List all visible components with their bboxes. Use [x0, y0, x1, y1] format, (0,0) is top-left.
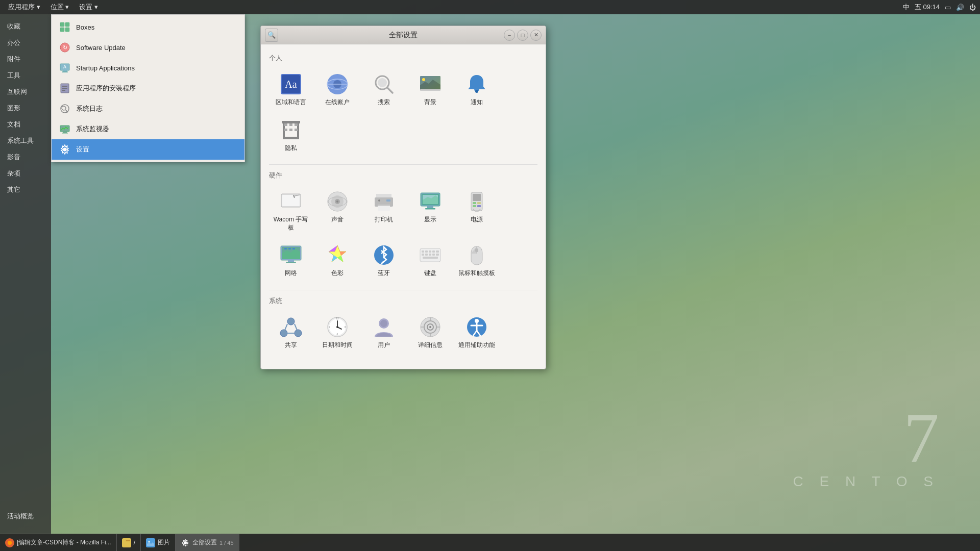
sidebar-bottom: 活动概览 [0, 508, 51, 530]
sidebar-item-systools[interactable]: 系统工具 [0, 133, 51, 149]
svg-rect-78 [284, 248, 287, 249]
settings-item-color[interactable]: 色彩 [315, 239, 359, 282]
sidebar-item-internet[interactable]: 互联网 [0, 84, 51, 100]
svg-point-112 [380, 320, 387, 327]
sidebar-item-accessories[interactable]: 附件 [0, 51, 51, 67]
menu-item-software-update[interactable]: ↻ Software Update [52, 37, 244, 58]
privacy-icon [279, 118, 303, 142]
svg-rect-0 [60, 22, 64, 27]
settings-item-notifications[interactable]: 通知 [455, 68, 498, 111]
settings-item-keyboard[interactable]: 键盘 [408, 239, 452, 282]
sound-label: 声音 [331, 216, 344, 224]
svg-point-106 [336, 326, 338, 328]
settings-item-sound[interactable]: 声音 [315, 185, 359, 236]
top-panel: 应用程序 ▾ 位置 ▾ 设置 ▾ 中 五 09:14 ▭ 🔊 ⏻ [0, 0, 980, 14]
settings-item-datetime[interactable]: 12 3 6 9 日期和时间 [315, 311, 359, 354]
svg-text:A: A [63, 64, 67, 69]
svg-point-54 [336, 201, 338, 203]
settings-item-display[interactable]: 显示 [408, 185, 452, 236]
keyboard-icon [418, 243, 443, 267]
sidebar-item-multimedia[interactable]: 影音 [0, 149, 51, 165]
settings-item-online[interactable]: 在线账户 [315, 68, 359, 111]
printer-icon [372, 189, 396, 214]
sidebar-item-other[interactable]: 其它 [0, 182, 51, 198]
settings-window-controls: − □ ✕ [504, 30, 542, 41]
settings-item-privacy[interactable]: 隐私 [269, 114, 312, 157]
svg-rect-46 [295, 129, 298, 131]
activities-overview[interactable]: 活动概览 [0, 508, 51, 524]
settings-item-sharing[interactable]: 共享 [269, 311, 312, 354]
svg-text:9: 9 [329, 325, 330, 329]
svg-rect-45 [289, 129, 292, 131]
taskbar-item-files[interactable]: / [117, 534, 141, 551]
svg-rect-86 [432, 251, 435, 253]
svg-rect-91 [432, 254, 435, 256]
svg-rect-69 [473, 194, 481, 201]
settings-item-accessibility[interactable]: 通用辅助功能 [455, 311, 498, 354]
svg-rect-2 [60, 28, 64, 32]
files-taskbar-icon [122, 538, 131, 547]
svg-point-98 [295, 330, 302, 337]
taskbar-item-settings[interactable]: 全部设置 1 / 45 [176, 534, 239, 551]
menu-item-syslog-label: 系统日志 [76, 104, 103, 113]
svg-rect-76 [288, 260, 294, 262]
settings-item-background[interactable]: 背景 [408, 68, 452, 111]
lang-indicator: 中 [903, 3, 910, 12]
taskbar-item-images[interactable]: 图片 [141, 534, 176, 551]
svg-rect-41 [284, 123, 287, 126]
privacy-label: 隐私 [285, 144, 297, 153]
settings-search-button[interactable]: 🔍 [265, 29, 278, 42]
apps-menu[interactable]: 应用程序 ▾ [4, 2, 44, 13]
svg-rect-8 [62, 71, 68, 72]
users-label: 用户 [378, 341, 390, 349]
section-system-grid: 共享 12 3 6 9 [269, 311, 537, 354]
sidebar-item-misc[interactable]: 杂项 [0, 165, 51, 182]
menu-item-startup-apps[interactable]: A Startup Applications [52, 58, 244, 78]
settings-item-network[interactable]: 网络 [269, 239, 312, 282]
search-settings-icon [372, 72, 396, 96]
taskbar-item-images-label: 图片 [158, 538, 170, 547]
divider-hardware-system [269, 290, 537, 290]
boxes-icon [59, 21, 71, 33]
menu-item-boxes[interactable]: Boxes [52, 17, 244, 37]
svg-rect-43 [295, 123, 298, 126]
sidebar-item-tools[interactable]: 工具 [0, 67, 51, 84]
svg-text:12: 12 [336, 317, 339, 320]
taskbar-item-firefox[interactable]: [编辑文章-CSDN博客 - Mozilla Fi... [0, 534, 117, 551]
settings-item-mouse[interactable]: 鼠标和触摸板 [455, 239, 498, 282]
menu-item-syslog[interactable]: 系统日志 [52, 98, 244, 119]
places-menu[interactable]: 位置 ▾ [46, 2, 74, 13]
svg-rect-34 [420, 89, 440, 91]
power-indicator: ⏻ [969, 4, 976, 11]
settings-item-details[interactable]: 详细信息 [408, 311, 452, 354]
settings-menu[interactable]: 设置 ▾ [75, 2, 102, 13]
sidebar-item-graphics[interactable]: 图形 [0, 100, 51, 116]
wacom-icon [279, 189, 303, 214]
section-personal-grid: Aa 区域和语言 在线账户 [269, 68, 537, 156]
network-icon [279, 243, 303, 267]
settings-item-power[interactable]: 电源 [455, 185, 498, 236]
minimize-button[interactable]: − [504, 30, 515, 41]
settings-item-bluetooth[interactable]: 蓝牙 [362, 239, 405, 282]
settings-item-search[interactable]: 搜索 [362, 68, 405, 111]
maximize-button[interactable]: □ [517, 30, 528, 41]
sidebar-item-docs[interactable]: 文档 [0, 116, 51, 133]
region-icon: Aa [279, 72, 303, 96]
settings-item-wacom[interactable]: Wacom 手写板 [269, 185, 312, 236]
menu-item-sysmon[interactable]: 系统监视器 [52, 119, 244, 139]
settings-item-users[interactable]: 用户 [362, 311, 405, 354]
centos-version: 7 [793, 402, 939, 473]
close-button[interactable]: ✕ [530, 30, 542, 41]
sidebar-item-favorites[interactable]: 收藏 [0, 18, 51, 35]
startup-apps-icon: A [59, 62, 71, 74]
settings-item-region[interactable]: Aa 区域和语言 [269, 68, 312, 111]
online-label: 在线账户 [325, 98, 350, 107]
svg-rect-92 [436, 254, 439, 256]
sidebar-item-office[interactable]: 办公 [0, 35, 51, 51]
svg-rect-19 [62, 133, 68, 134]
menu-item-settings[interactable]: 设置 [52, 139, 244, 160]
menu-item-installer[interactable]: 应用程序的安装程序 [52, 78, 244, 98]
images-taskbar-icon [146, 538, 155, 547]
settings-item-printer[interactable]: 打印机 [362, 185, 405, 236]
display-label: 显示 [424, 216, 436, 224]
